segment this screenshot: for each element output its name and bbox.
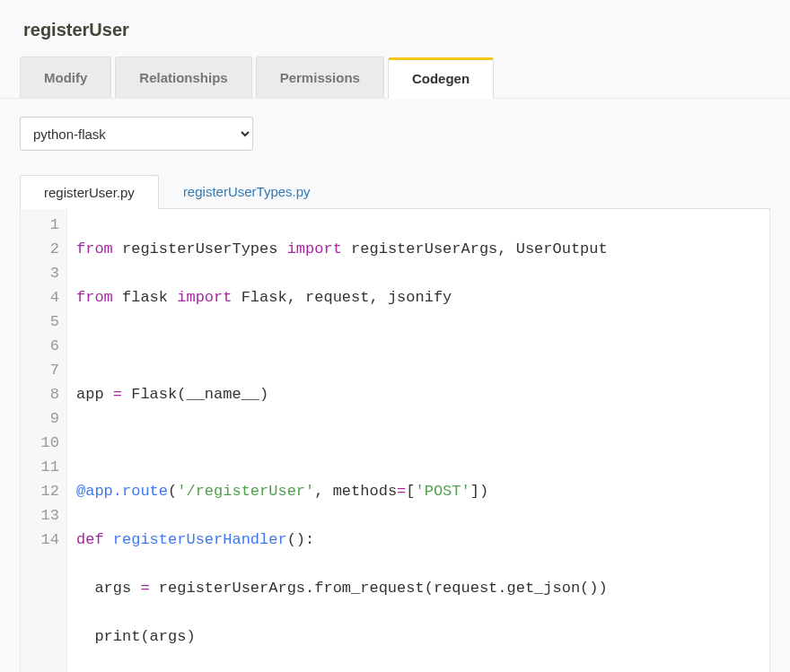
code-line: app = Flask(__name__) — [76, 382, 769, 406]
tab-permissions[interactable]: Permissions — [256, 57, 384, 98]
file-tab-registeruser[interactable]: registerUser.py — [20, 175, 159, 209]
line-number: 2 — [30, 237, 59, 261]
line-number: 13 — [30, 503, 59, 528]
code-line: def registerUserHandler(): — [76, 528, 769, 552]
line-number: 12 — [30, 479, 59, 503]
file-tab-registerusertypes[interactable]: registerUserTypes.py — [159, 174, 335, 208]
tab-codegen[interactable]: Codegen — [388, 57, 494, 99]
line-number: 14 — [30, 528, 59, 552]
code-line: from registerUserTypes import registerUs… — [76, 237, 769, 261]
line-number: 9 — [30, 406, 59, 431]
editor-gutter: 1 2 3 4 5 6 7 8 9 10 11 12 13 14 — [21, 209, 67, 672]
page-title: registerUser — [0, 0, 790, 57]
code-line — [76, 431, 769, 455]
framework-select[interactable]: python-flask — [20, 117, 253, 151]
code-editor[interactable]: 1 2 3 4 5 6 7 8 9 10 11 12 13 14 from re… — [20, 209, 770, 672]
line-number: 3 — [30, 261, 59, 285]
code-line: args = registerUserArgs.from_request(req… — [76, 576, 769, 600]
line-number: 8 — [30, 382, 59, 406]
line-number: 10 — [30, 431, 59, 455]
tab-relationships[interactable]: Relationships — [115, 57, 251, 98]
code-line: print(args) — [76, 624, 769, 649]
file-tabs: registerUser.py registerUserTypes.py — [20, 174, 770, 209]
line-number: 5 — [30, 310, 59, 334]
line-number: 1 — [30, 213, 59, 237]
editor-code[interactable]: from registerUserTypes import registerUs… — [67, 209, 769, 672]
line-number: 6 — [30, 334, 59, 358]
code-line: from flask import Flask, request, jsonif… — [76, 285, 769, 310]
line-number: 4 — [30, 285, 59, 310]
main-tabs: Modify Relationships Permissions Codegen — [0, 57, 790, 99]
line-number: 11 — [30, 455, 59, 479]
code-line — [76, 334, 769, 358]
code-line: @app.route('/registerUser', methods=['PO… — [76, 479, 769, 503]
tab-modify[interactable]: Modify — [20, 57, 111, 98]
codegen-panel: python-flask registerUser.py registerUse… — [0, 99, 790, 672]
line-number: 7 — [30, 358, 59, 382]
